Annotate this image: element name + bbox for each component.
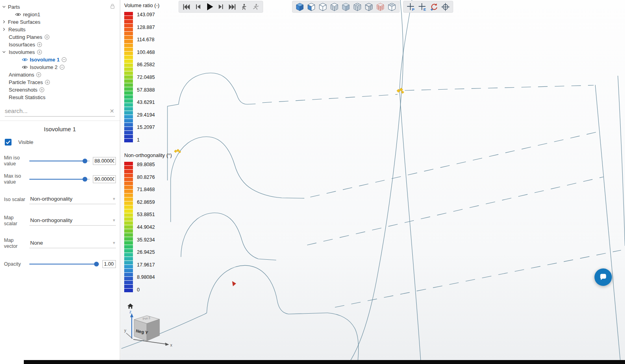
map-scalar-select[interactable]: Non-orthogonality ▾ [29,216,116,226]
fly-mode-icon[interactable] [250,2,261,12]
visible-checkbox[interactable] [5,139,12,146]
visibility-eye-icon[interactable] [15,12,21,17]
tree-item-animations[interactable]: Animations [0,71,120,79]
3d-viewport[interactable]: Volume ratio (-) 143.097128.887114.67810… [121,0,625,360]
tree-item-parts[interactable]: Parts [0,3,120,11]
cube-hidden-mesh-icon[interactable] [375,2,386,12]
cube-outline-mesh-icon[interactable] [363,2,375,12]
legend-title: Non-orthogonality (°) [124,152,172,158]
svg-text:E: E [423,7,426,11]
legend-tick: 29.4194 [137,112,155,118]
tree-item-label: Result Statistics [9,94,45,100]
map-vector-select[interactable]: None ▾ [29,239,116,248]
center-of-rotation-icon[interactable] [440,2,451,12]
playback-toolbar [179,1,263,13]
tree-item-label: Cutting Planes [9,34,42,40]
legend-tick: 114.678 [137,37,155,42]
skip-to-end-icon[interactable] [227,2,238,12]
min-iso-slider[interactable] [29,158,90,164]
properties-title: Isovolume 1 [4,126,116,132]
view-mode-toolbar [292,1,400,13]
cube-top-mesh-icon[interactable] [386,2,398,12]
cube-shaded-icon[interactable] [340,2,352,12]
legend-tick: 53.8851 [137,212,155,217]
tree-item-screenshots[interactable]: Screenshots [0,86,120,94]
tree-item-isovolumes[interactable]: Isovolumes [0,48,120,56]
visibility-eye-icon[interactable] [22,65,28,69]
tree-item-results[interactable]: Results [0,26,120,33]
add-icon[interactable] [45,80,50,85]
cube-half-section-icon[interactable] [306,2,317,12]
legend-tick: 100.468 [137,50,155,55]
visibility-eye-icon[interactable] [22,57,28,62]
search-input[interactable] [5,107,109,114]
remove-icon[interactable] [60,65,65,70]
play-icon[interactable] [204,2,215,12]
highlight-marker [174,88,404,153]
sidebar: Partsregion1Free SurfacesResultsCutting … [0,0,120,364]
probe-element-icon[interactable]: E [417,2,428,12]
chat-launcher-button[interactable] [594,268,612,286]
opacity-slider-knob[interactable] [94,262,99,266]
map-scalar-label: Map scalar [4,215,26,227]
iso-scalar-select[interactable]: Non-orthogonality ▾ [29,195,116,204]
walk-mode-icon[interactable] [238,2,250,12]
add-icon[interactable] [44,34,50,40]
opacity-value-input[interactable] [102,260,116,268]
search-bar: ✕ [5,107,115,117]
tree-item-isosurfaces[interactable]: Isosurfaces [0,41,120,48]
skip-to-start-icon[interactable] [181,2,192,12]
min-iso-value-input[interactable] [93,157,116,165]
cube-solid-icon[interactable] [294,2,306,12]
tree-item-label: Screenshots [9,87,37,93]
legend-tick-labels: 143.097128.887114.678100.46886.258272.04… [133,12,155,143]
min-iso-label: Min iso value [4,155,26,167]
chevron-right-icon[interactable] [2,27,6,31]
status-bar [24,360,625,364]
chevron-down-icon[interactable] [2,50,6,54]
add-icon[interactable] [37,50,42,55]
max-iso-slider-knob[interactable] [83,177,87,182]
legend-non-orthogonality: Non-orthogonality (°) 89.808580.827671.8… [124,152,172,293]
wireframe-model[interactable] [121,0,625,360]
legend-tick: 15.2097 [137,125,155,130]
lock-icon[interactable] [110,3,115,11]
step-forward-icon[interactable] [215,2,227,12]
chevron-down-icon[interactable] [2,5,6,9]
tree-item-region1[interactable]: region1 [0,11,120,18]
tree-item-isovolume-1[interactable]: Isovolume 1 [0,56,120,63]
add-icon[interactable] [37,42,42,47]
legend-colorbar [124,12,133,143]
legend-tick: 8.98084 [137,274,155,280]
max-iso-value-input[interactable] [93,175,116,183]
tree-item-particle-traces[interactable]: Particle Traces [0,79,120,86]
step-back-icon[interactable] [192,2,204,12]
probe-point-icon[interactable]: P [405,2,417,12]
remove-icon[interactable] [62,57,67,62]
legend-tick: 71.8468 [137,187,155,192]
tree-item-cutting-planes[interactable]: Cutting Planes [0,33,120,41]
clear-search-icon[interactable]: ✕ [109,108,115,114]
cube-surface-icon[interactable] [317,2,329,12]
add-icon[interactable] [36,72,41,77]
svg-text:P: P [412,7,415,11]
clear-probes-icon[interactable] [428,2,440,12]
home-view-icon[interactable] [127,303,134,309]
tree-item-label: Animations [9,72,34,78]
orientation-cube[interactable]: z y x Pos Z Neg Y [124,308,179,352]
cube-surface-mesh-icon[interactable] [329,2,340,12]
tree-item-label: region1 [23,11,40,17]
tree-item-label: Isovolume 1 [30,57,60,63]
max-iso-label: Max iso value [4,173,26,185]
axis-z-label: z [129,310,131,314]
cube-mesh-dense-icon[interactable] [352,2,363,12]
chevron-right-icon[interactable] [2,20,6,24]
min-iso-slider-knob[interactable] [83,159,87,163]
add-icon[interactable] [39,87,44,92]
max-iso-slider[interactable] [29,176,90,182]
map-vector-value: None [30,240,43,246]
opacity-slider[interactable] [29,261,99,267]
tree-item-result-statistics[interactable]: Result Statistics [0,94,120,101]
tree-item-free-surfaces[interactable]: Free Surfaces [0,18,120,26]
tree-item-isovolume-2[interactable]: Isovolume 2 [0,63,120,71]
